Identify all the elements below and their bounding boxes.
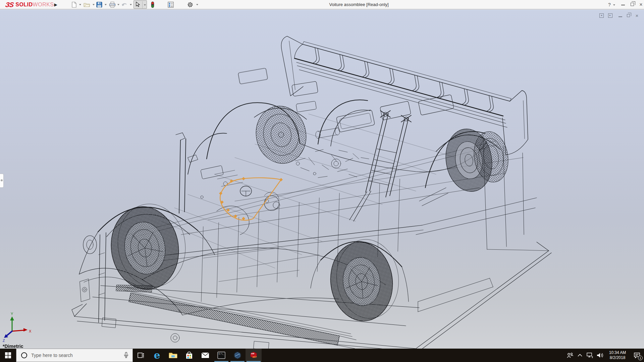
title-bar: ЗS SOLIDWORKS ▶ (0, 0, 644, 9)
taskbar-file-explorer[interactable] (165, 349, 181, 362)
select-cursor-icon (136, 2, 140, 7)
clock-date: 8/2/2018 (605, 355, 630, 360)
solidworks-logo: ЗS SOLIDWORKS (5, 1, 54, 9)
save-dropdown[interactable] (105, 4, 107, 5)
cmd-glyph: C:\_ (219, 353, 224, 355)
undo-arrow-icon (121, 2, 128, 7)
undo-button[interactable] (121, 1, 128, 8)
car-ducts (201, 68, 454, 179)
sw-year: 2017 (253, 356, 257, 358)
properties-list-icon (168, 2, 174, 8)
system-tray: 10:34 AM 8/2/2018 1 (565, 349, 644, 362)
windows-taskbar: Type here to search e (0, 349, 644, 362)
microphone-icon[interactable] (124, 352, 128, 359)
new-document-dropdown[interactable] (79, 4, 81, 5)
display-properties-button[interactable] (167, 1, 174, 8)
print-dropdown[interactable] (117, 4, 119, 5)
people-icon (567, 353, 573, 358)
triad-x-label: X (29, 329, 32, 333)
new-document-icon (71, 2, 77, 8)
sw-letters: SW (251, 353, 255, 355)
triad-z-label: Z (3, 339, 5, 343)
open-dropdown[interactable] (93, 4, 95, 5)
windows-logo-icon (5, 352, 11, 358)
window-title: Voiture assomblee [Read-only] (255, 0, 463, 9)
search-input[interactable]: Type here to search (16, 349, 133, 362)
task-view-icon (138, 352, 144, 359)
new-document-button[interactable] (70, 1, 78, 8)
help-dropdown[interactable] (613, 4, 615, 6)
menu-flyout-arrow[interactable]: ▶ (53, 1, 58, 8)
taskbar-task-view[interactable] (133, 349, 149, 362)
cortana-icon (21, 352, 27, 358)
blue-hex-app-icon (233, 351, 241, 359)
taskbar-blue-hex-app[interactable] (229, 349, 246, 362)
graphics-viewport[interactable]: ◂ ▸ × (0, 10, 644, 349)
ds-logo-icon: ЗS (5, 1, 14, 9)
chevron-up-icon (578, 354, 582, 357)
traffic-light-icon (151, 1, 154, 8)
undo-dropdown[interactable] (130, 4, 132, 5)
minimize-button[interactable] (618, 0, 628, 9)
taskbar-store[interactable] (181, 349, 197, 362)
select-tool-button[interactable] (133, 0, 147, 9)
reference-triad: Y X Z (3, 312, 32, 343)
taskbar-mail[interactable] (197, 349, 213, 362)
taskbar-solidworks[interactable]: SW 2017 (246, 349, 262, 362)
view-orientation-label: *Dimetric (3, 344, 23, 349)
rebuild-button[interactable] (149, 1, 156, 8)
speaker-icon (597, 353, 603, 358)
network-icon (587, 353, 593, 358)
car-wheel-front-left (105, 199, 191, 294)
options-button[interactable] (186, 1, 194, 8)
open-folder-icon (84, 2, 90, 7)
start-button[interactable] (0, 349, 16, 362)
triad-y-label: Y (11, 312, 13, 316)
car-side-mesh (116, 285, 356, 349)
car-farside-lines (161, 114, 456, 268)
gear-icon (187, 1, 194, 8)
brand-works-text: WORKS (33, 2, 54, 8)
command-prompt-icon: C:\_ (217, 352, 225, 359)
taskbar-edge[interactable]: e (149, 349, 165, 362)
tray-clock[interactable]: 10:34 AM 8/2/2018 (605, 350, 630, 360)
print-button[interactable] (109, 1, 116, 8)
tray-overflow-button[interactable] (575, 349, 585, 362)
solidworks-2017-icon: SW 2017 (249, 351, 258, 360)
print-icon (109, 2, 116, 8)
save-floppy-icon (96, 2, 102, 8)
tray-people-button[interactable] (565, 349, 575, 362)
wing-struts (350, 111, 411, 221)
select-dropdown[interactable] (144, 4, 146, 6)
mail-icon (201, 352, 209, 358)
notification-badge: 1 (638, 356, 643, 360)
search-placeholder: Type here to search (31, 353, 124, 358)
action-center-button[interactable]: 1 (630, 349, 644, 362)
select-split-divider (142, 1, 143, 8)
brand-solid-text: SOLID (15, 2, 33, 8)
tray-network-button[interactable] (585, 349, 595, 362)
file-explorer-icon (169, 352, 177, 359)
edge-icon: e (154, 351, 160, 360)
car-wheel-rear-left (326, 236, 403, 325)
car-wheel-rear-right (419, 126, 512, 206)
tray-volume-button[interactable] (595, 349, 605, 362)
wireframe-car-canvas[interactable]: Y X Z *Dimetric (0, 10, 644, 349)
options-dropdown[interactable] (196, 4, 198, 5)
save-button[interactable] (96, 1, 103, 8)
microsoft-store-icon (185, 352, 193, 359)
open-button[interactable] (83, 1, 91, 8)
clock-time: 10:34 AM (605, 350, 630, 355)
taskbar-command-prompt[interactable]: C:\_ (213, 349, 229, 362)
close-button[interactable]: × (636, 0, 644, 9)
